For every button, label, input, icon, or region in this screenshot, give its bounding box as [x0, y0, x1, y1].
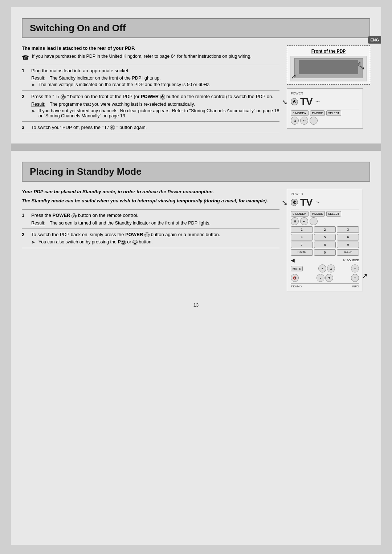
- page-number: 13: [11, 299, 381, 311]
- remote-icons-row-2: ⊟ ↩: [291, 217, 359, 225]
- remote-num-5: 5: [314, 234, 336, 240]
- step2-num: 2: [22, 94, 28, 99]
- section1-bold-note: The mains lead is attached to the rear o…: [22, 45, 279, 51]
- section2-content: Your PDP can be placed in Standby mode, …: [22, 189, 370, 291]
- remote-icon-btn-1b: ↩: [300, 117, 308, 125]
- arrow-icon-1: ➤: [31, 82, 36, 88]
- remote-arrow-left-2: ➘: [282, 198, 288, 207]
- power-icon-s2-3: ⏻: [121, 240, 126, 245]
- remote-vol-controls: + ▲: [318, 264, 335, 272]
- remote-control-2: ➘ POWER ⏻ TV 〜 S.MODE► P.MODE SELECT ⊟: [287, 189, 363, 291]
- remote-p-controls: P SOURCE: [343, 258, 359, 262]
- divider6: [22, 229, 279, 229]
- remote-divider-2: [291, 210, 359, 210]
- remote-pmode-btn-1: P.MODE: [310, 110, 325, 116]
- remote-select-btn-1: SELECT: [326, 110, 341, 116]
- remote-num-6: 6: [337, 234, 359, 240]
- front-pdp-box: Front of the PDP IRO ➘ ➚: [287, 45, 370, 85]
- remote-source-label: SOURCE: [347, 259, 359, 262]
- remote-psize-arrow: ◀: [291, 257, 295, 263]
- pdp-front-image: IRO ➘ ➚: [290, 56, 367, 81]
- remote-icon-btn-2c: [310, 217, 318, 225]
- power-icon-3: ⏻: [110, 125, 115, 130]
- remote-num-3: 3: [337, 226, 359, 233]
- remote-control-1: ➘ POWER ⏻ TV 〜 S.MODE► P.MODE SELECT ⊟: [287, 88, 363, 129]
- eng-badge: ENG: [368, 36, 381, 44]
- s2-step1-num: 1: [22, 213, 28, 218]
- remote-tv-label-2: TV: [300, 197, 313, 208]
- section2-right: ➘ POWER ⏻ TV 〜 S.MODE► P.MODE SELECT ⊟: [287, 189, 370, 291]
- remote-vol-up: +: [318, 264, 326, 272]
- remote-info-label: INFO: [352, 285, 359, 288]
- page: ENG Switching On and Off The mains lead …: [11, 7, 381, 545]
- remote-power-label-1: POWER: [291, 92, 359, 95]
- section-standby: Placing in Standby Mode Your PDP can be …: [11, 151, 381, 299]
- s2-step2-row: 2 To switch the PDP back on, simply pres…: [22, 232, 279, 238]
- step3-text: To switch your PDP off, press the " I / …: [31, 125, 279, 130]
- divider1: [22, 65, 279, 65]
- remote-ch-up: ▲: [327, 264, 335, 272]
- remote-num-9: 9: [337, 242, 359, 248]
- remote-power-button-2: ⏻: [291, 199, 298, 206]
- step2-result: Result: The programme that you were watc…: [31, 102, 279, 107]
- arrow-icon-2: ➤: [31, 108, 36, 114]
- section1-content: The mains lead is attached to the rear o…: [22, 45, 370, 136]
- arrow-indicator-left: ➚: [291, 72, 297, 80]
- section-divider: [11, 143, 381, 151]
- s2-step2-arrow: ➤ You can also switch on by pressing the…: [31, 239, 279, 245]
- uk-note: ☎ If you have purchased this PDP in the …: [22, 54, 279, 61]
- remote-num-8: 8: [314, 242, 336, 248]
- remote-mute-icon: 🔇: [291, 274, 299, 282]
- remote-icon-btn-2b: ↩: [300, 217, 308, 225]
- step2-row: 2 Press the " I / ⏻ " button on the fron…: [22, 94, 279, 100]
- remote-bottom-1: ◀ P SOURCE: [291, 257, 359, 263]
- remote-pmode-btn-2: P.MODE: [310, 211, 325, 217]
- s2-step2-arrow-text: You can also switch on by pressing the P…: [38, 239, 153, 245]
- step1-result: Result: The Standby indicator on the fro…: [31, 76, 279, 81]
- uk-note-text: If you have purchased this PDP in the Un…: [32, 54, 252, 59]
- step1-text: Plug the mains lead into an appropriate …: [31, 68, 279, 73]
- remote-select-btn-2: SELECT: [326, 211, 341, 217]
- s2-step2-text: To switch the PDP back on, simply press …: [31, 232, 279, 238]
- remote-bottom-3: 🔇 - ▼ □: [291, 274, 359, 282]
- remote-wifi-2: 〜: [315, 199, 320, 206]
- remote-modes-row-2: S.MODE► P.MODE SELECT: [291, 211, 359, 217]
- step2-result-label: Result:: [31, 102, 48, 107]
- remote-tv-label-1: TV: [300, 96, 313, 108]
- remote-ttx-label: TTX/MIX: [291, 285, 302, 288]
- remote-arrow-right-2: ➚: [362, 271, 368, 280]
- step2-arrow: ➤ If you have not yet stored any channel…: [31, 108, 279, 118]
- remote-power-button-1: ⏻: [291, 98, 298, 105]
- remote-icons-row-1: ⊟ ↩: [291, 117, 359, 125]
- s2-step1-text: Press the POWER ⏻ button on the remote c…: [31, 213, 279, 218]
- remote-modes-row-1: S.MODE► P.MODE SELECT: [291, 110, 359, 116]
- remote-num-7: 7: [291, 242, 313, 248]
- remote-power-label-2: POWER: [291, 192, 359, 196]
- power-icon-2: ⏻: [160, 94, 165, 100]
- step3-row: 3 To switch your PDP off, press the " I …: [22, 125, 279, 130]
- remote-icon-btn-1a: ⊟: [291, 117, 299, 125]
- step1-num: 1: [22, 68, 28, 73]
- remote-p-label: P: [343, 258, 346, 262]
- remote-icon-btn-1c: [310, 117, 318, 125]
- remote-top-2: ⏻ TV 〜: [291, 197, 359, 208]
- front-pdp-label: Front of the PDP: [290, 49, 367, 54]
- remote-top-1: ⏻ TV 〜: [291, 96, 359, 108]
- arrow-indicator-right: ➘: [359, 64, 365, 72]
- remote-ch-down: ▼: [325, 274, 333, 282]
- remote-smode-btn-2: S.MODE►: [291, 211, 309, 217]
- remote-num-0: 0: [314, 249, 336, 256]
- remote-bottom-2: MUTE + ▲ ○: [291, 264, 359, 272]
- s2-step1-result-text: The screen is turned off and the Standby…: [50, 221, 211, 226]
- section2-left: Your PDP can be placed in Standby mode, …: [22, 189, 279, 291]
- s2-step1-result: Result: The screen is turned off and the…: [31, 221, 279, 226]
- remote-ok-btn: ○: [351, 264, 359, 272]
- s2-step2-num: 2: [22, 232, 28, 237]
- divider2: [22, 90, 279, 91]
- remote-vol-down: -: [317, 274, 324, 282]
- remote-num-4: 4: [291, 234, 313, 240]
- step3-num: 3: [22, 125, 28, 130]
- step2-text: Press the " I / ⏻ " button on the front …: [31, 94, 279, 100]
- remote-ttx-row: TTX/MIX INFO: [291, 285, 359, 288]
- divider7: [22, 248, 279, 248]
